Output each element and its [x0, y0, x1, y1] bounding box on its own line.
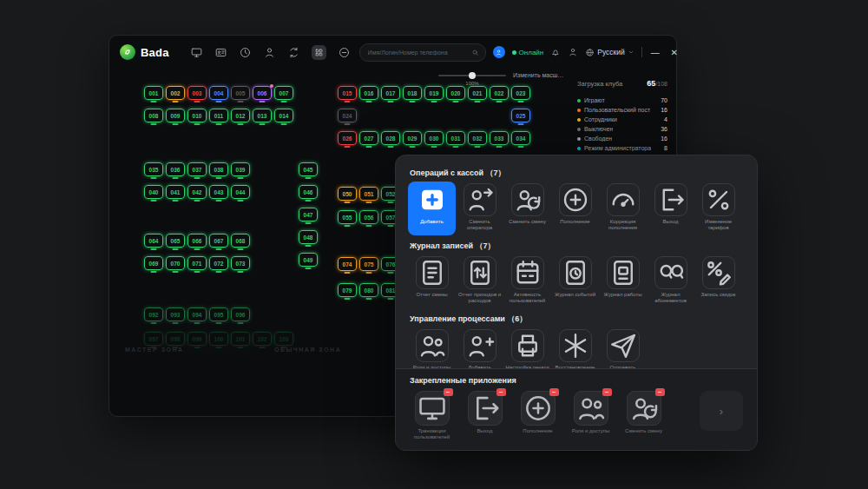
station-080[interactable]: 080 — [359, 283, 378, 297]
action-tile[interactable]: Сменить смену — [503, 182, 551, 235]
station-024[interactable]: 024 — [338, 109, 357, 122]
station-047[interactable]: 047 — [299, 208, 318, 221]
station-008[interactable]: 008 — [144, 109, 163, 122]
station-066[interactable]: 066 — [187, 234, 207, 248]
action-tile[interactable]: Отправить оповещение гостям — [599, 327, 647, 370]
station-100[interactable]: 100 — [209, 332, 228, 346]
station-094[interactable]: 094 — [187, 307, 207, 321]
pinned-tile[interactable]: –Транзакции пользователей — [410, 391, 454, 440]
station-031[interactable]: 031 — [446, 131, 465, 145]
action-tile[interactable]: Отчет приходов и расходов — [456, 254, 503, 308]
apps-icon[interactable] — [312, 45, 326, 60]
station-041[interactable]: 041 — [166, 185, 185, 199]
zoom-slider[interactable]: 100% — [438, 72, 506, 79]
station-074[interactable]: 074 — [338, 257, 357, 271]
unpin-badge[interactable]: – — [549, 388, 559, 396]
station-049[interactable]: 049 — [299, 253, 318, 267]
station-007[interactable]: 007 — [274, 86, 293, 100]
station-102[interactable]: 102 — [253, 332, 272, 346]
action-tile[interactable]: Выход — [647, 182, 694, 235]
station-006[interactable]: 006 — [253, 86, 272, 100]
station-048[interactable]: 048 — [299, 230, 318, 244]
station-068[interactable]: 068 — [231, 234, 250, 248]
action-tile[interactable]: Запись скидок — [694, 254, 742, 308]
station-038[interactable]: 038 — [209, 162, 228, 176]
monitor-icon[interactable] — [190, 46, 203, 59]
action-tile[interactable]: Изменение тарифов — [694, 182, 742, 235]
close-button[interactable]: ✕ — [668, 48, 681, 57]
station-036[interactable]: 036 — [166, 162, 185, 176]
station-039[interactable]: 039 — [231, 162, 250, 176]
station-022[interactable]: 022 — [490, 86, 509, 100]
station-064[interactable]: 064 — [144, 234, 163, 248]
station-023[interactable]: 023 — [511, 86, 530, 100]
station-069[interactable]: 069 — [144, 256, 163, 270]
action-tile[interactable]: Коррекция пополнения — [599, 182, 647, 235]
station-044[interactable]: 044 — [231, 185, 250, 199]
station-092[interactable]: 092 — [144, 307, 163, 321]
id-card-icon[interactable] — [214, 46, 227, 59]
more-apps-tile[interactable]: › — [700, 391, 743, 431]
station-072[interactable]: 072 — [209, 256, 228, 270]
action-tile[interactable]: Добавить расходы и доходы — [456, 327, 503, 370]
station-035[interactable]: 035 — [144, 162, 163, 176]
station-065[interactable]: 065 — [166, 234, 185, 248]
unpin-badge[interactable]: – — [655, 388, 665, 396]
station-051[interactable]: 051 — [359, 187, 378, 201]
station-098[interactable]: 098 — [166, 332, 185, 346]
unpin-badge[interactable]: – — [444, 388, 453, 396]
station-045[interactable]: 045 — [299, 162, 318, 176]
action-tile[interactable]: Журнал событий — [551, 254, 599, 308]
station-097[interactable]: 097 — [144, 332, 163, 346]
station-034[interactable]: 034 — [511, 131, 530, 145]
station-025[interactable]: 025 — [511, 109, 530, 122]
action-tile[interactable]: Пополнение — [551, 182, 599, 235]
station-009[interactable]: 009 — [166, 109, 185, 122]
avatar[interactable] — [493, 46, 505, 58]
station-103[interactable]: 103 — [274, 332, 293, 346]
action-tile[interactable]: Журнал абонементов — [647, 254, 694, 308]
station-046[interactable]: 046 — [299, 185, 318, 199]
action-tile[interactable]: Сменить оператора — [456, 182, 503, 235]
station-070[interactable]: 070 — [166, 256, 185, 270]
station-012[interactable]: 012 — [231, 109, 250, 122]
minimize-button[interactable]: — — [649, 48, 661, 57]
station-033[interactable]: 033 — [490, 131, 509, 145]
action-tile[interactable]: Отчет смены — [408, 254, 456, 308]
search-input[interactable] — [359, 43, 486, 62]
station-056[interactable]: 056 — [359, 210, 378, 224]
station-018[interactable]: 018 — [403, 86, 422, 100]
unpin-badge[interactable]: – — [496, 388, 506, 396]
clock-icon[interactable] — [239, 46, 252, 59]
pinned-tile[interactable]: –Пополнение — [516, 391, 560, 440]
station-030[interactable]: 030 — [424, 131, 444, 145]
station-016[interactable]: 016 — [359, 86, 378, 100]
station-067[interactable]: 067 — [209, 234, 228, 248]
station-040[interactable]: 040 — [144, 185, 163, 199]
station-028[interactable]: 028 — [381, 131, 400, 145]
station-095[interactable]: 095 — [209, 307, 228, 321]
unpin-badge[interactable]: – — [602, 388, 612, 396]
language-selector[interactable]: Русский — [585, 48, 635, 57]
pinned-tile[interactable]: –Роли и доступы — [569, 391, 613, 440]
station-017[interactable]: 017 — [381, 86, 400, 100]
station-071[interactable]: 071 — [187, 256, 207, 270]
station-101[interactable]: 101 — [231, 332, 250, 346]
station-002[interactable]: 002 — [166, 86, 185, 100]
action-tile[interactable]: Роли и доступы — [408, 327, 456, 370]
station-043[interactable]: 043 — [209, 185, 228, 199]
bell-icon[interactable] — [550, 47, 561, 57]
station-096[interactable]: 096 — [231, 307, 250, 321]
action-tile[interactable]: Активность пользователей — [503, 254, 551, 308]
station-005[interactable]: 005 — [231, 86, 250, 100]
station-001[interactable]: 001 — [144, 86, 163, 100]
station-003[interactable]: 003 — [187, 86, 207, 100]
station-020[interactable]: 020 — [446, 86, 465, 100]
station-093[interactable]: 093 — [166, 307, 185, 321]
pinned-tile[interactable]: –Сменить смену — [621, 391, 666, 440]
station-042[interactable]: 042 — [187, 185, 207, 199]
action-tile[interactable]: Добавить — [408, 182, 456, 235]
slider-thumb[interactable] — [469, 72, 476, 79]
station-037[interactable]: 037 — [187, 162, 207, 176]
sync-icon[interactable] — [287, 46, 300, 59]
